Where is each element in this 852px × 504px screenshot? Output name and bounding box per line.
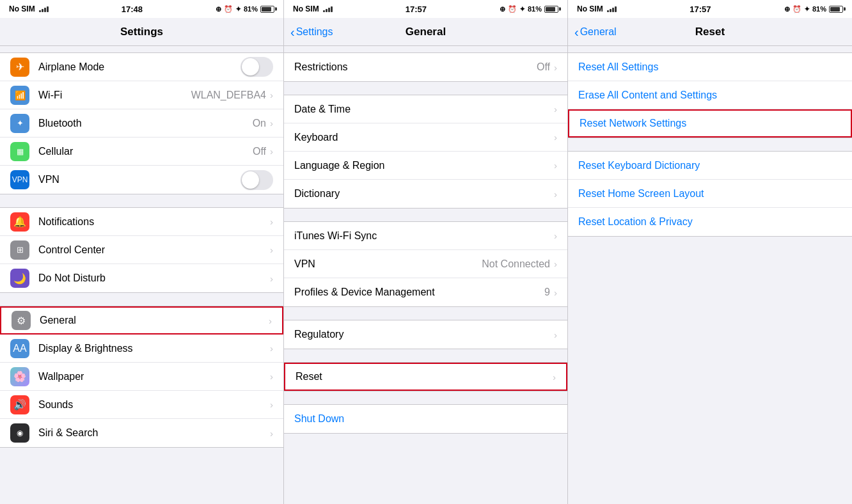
back-button-right[interactable]: ‹ General <box>574 26 617 38</box>
row-wallpaper[interactable]: 🌸 Wallpaper › <box>0 363 283 391</box>
row-bluetooth[interactable]: ✦ Bluetooth On › <box>0 109 283 138</box>
battery-info-right: ⊕ ⏰ ✦ 81% <box>784 5 843 13</box>
time-middle: 17:57 <box>406 4 427 14</box>
row-general[interactable]: ⚙ General › <box>0 306 283 335</box>
alarm-icon: ⏰ <box>224 5 233 13</box>
row-language-region[interactable]: Language & Region › <box>284 152 567 180</box>
bluetooth-status-r: ✦ <box>804 5 810 13</box>
reset-panel: No SIM 17:57 ⊕ ⏰ ✦ 81% ‹ General Reset R… <box>568 0 852 504</box>
reset-keyboard-dict-link[interactable]: Reset Keyboard Dictionary <box>568 152 852 180</box>
label-bluetooth: Bluetooth <box>38 118 253 129</box>
reset-all-settings-link[interactable]: Reset All Settings <box>568 53 852 81</box>
label-control-center: Control Center <box>38 244 270 256</box>
restrictions-group: Restrictions Off › <box>284 52 567 82</box>
row-profiles[interactable]: Profiles & Device Management 9 › <box>284 278 567 306</box>
battery-icon-right <box>829 6 843 13</box>
row-vpn[interactable]: VPN VPN <box>0 166 283 194</box>
chevron-keyboard: › <box>554 132 557 143</box>
row-vpn-general[interactable]: VPN Not Connected › <box>284 250 567 278</box>
back-chevron-middle: ‹ <box>290 26 295 38</box>
regulatory-group: Regulatory › <box>284 320 567 349</box>
chevron-wallpaper: › <box>270 371 273 382</box>
chevron-language-region: › <box>554 160 557 171</box>
carrier-info-right: No SIM <box>577 4 617 13</box>
reset-section: Reset › <box>284 362 567 391</box>
label-profiles: Profiles & Device Management <box>294 287 544 298</box>
cellular-value: Off <box>253 146 266 157</box>
carrier-info-left: No SIM <box>9 4 49 13</box>
carrier-info-middle: No SIM <box>293 4 333 13</box>
chevron-reset: › <box>553 372 556 382</box>
chevron-display: › <box>270 343 273 354</box>
chevron-wifi: › <box>270 90 273 100</box>
battery-icon-left <box>260 6 274 13</box>
reset-home-screen-link[interactable]: Reset Home Screen Layout <box>568 180 852 208</box>
label-language-region: Language & Region <box>294 160 554 171</box>
back-label-right: General <box>580 26 617 38</box>
label-itunes-wifi: iTunes Wi-Fi Sync <box>294 230 554 242</box>
label-airplane-mode: Airplane Mode <box>38 61 241 73</box>
label-display: Display & Brightness <box>38 343 270 354</box>
reset-location-privacy-link[interactable]: Reset Location & Privacy <box>568 208 852 236</box>
row-date-time[interactable]: Date & Time › <box>284 95 567 123</box>
erase-all-content-link[interactable]: Erase All Content and Settings <box>568 81 852 109</box>
label-vpn-general: VPN <box>294 258 482 270</box>
chevron-regulatory: › <box>554 329 557 340</box>
reset-scroll[interactable]: Reset All Settings Erase All Content and… <box>568 46 852 504</box>
battery-icon-middle <box>544 6 558 13</box>
toggle-vpn[interactable] <box>241 170 273 190</box>
label-dictionary: Dictionary <box>294 188 554 200</box>
reset-more-group: Reset Keyboard Dictionary Reset Home Scr… <box>568 151 852 237</box>
row-dictionary[interactable]: Dictionary › <box>284 180 567 208</box>
reset-network-settings-link[interactable]: Reset Network Settings <box>568 109 852 138</box>
general-scroll[interactable]: Restrictions Off › Date & Time › Keyboar… <box>284 46 567 504</box>
row-do-not-disturb[interactable]: 🌙 Do Not Disturb › <box>0 264 283 292</box>
reset-keyboard-dict-label: Reset Keyboard Dictionary <box>578 160 700 171</box>
bluetooth-value: On <box>253 118 266 129</box>
time-right: 17:57 <box>690 4 711 14</box>
row-reset[interactable]: Reset › <box>284 363 567 391</box>
row-airplane-mode[interactable]: ✈ Airplane Mode <box>0 53 283 81</box>
toggle-airplane-mode[interactable] <box>241 57 273 77</box>
row-display[interactable]: AA Display & Brightness › <box>0 335 283 363</box>
battery-info-middle: ⊕ ⏰ ✦ 81% <box>500 5 558 13</box>
row-restrictions[interactable]: Restrictions Off › <box>284 53 567 81</box>
wifi-icon: 📶 <box>10 86 29 105</box>
row-keyboard[interactable]: Keyboard › <box>284 123 567 152</box>
reset-location-privacy-label: Reset Location & Privacy <box>578 216 693 228</box>
chevron-siri: › <box>270 428 273 439</box>
nav-bar-right: ‹ General Reset <box>568 18 852 46</box>
chevron-cellular: › <box>270 146 273 157</box>
connectivity2-section: iTunes Wi-Fi Sync › VPN Not Connected › … <box>284 221 567 307</box>
siri-icon: ◉ <box>10 423 29 443</box>
row-control-center[interactable]: ⊞ Control Center › <box>0 236 283 264</box>
chevron-profiles: › <box>554 287 557 298</box>
bluetooth-icon-status: ✦ <box>235 5 241 13</box>
reset-more-section: Reset Keyboard Dictionary Reset Home Scr… <box>568 151 852 237</box>
settings-scroll[interactable]: ✈ Airplane Mode 📶 Wi-Fi WLAN_DEFBA4 › <box>0 46 283 504</box>
row-siri[interactable]: ◉ Siri & Search › <box>0 419 283 447</box>
battery-pct-left: 81% <box>244 5 258 13</box>
chevron-control-center: › <box>270 244 273 255</box>
row-sounds[interactable]: 🔊 Sounds › <box>0 391 283 419</box>
shutdown-section: Shut Down <box>284 404 567 434</box>
back-button-middle[interactable]: ‹ Settings <box>290 26 333 38</box>
regulatory-section: Regulatory › <box>284 320 567 349</box>
label-sounds: Sounds <box>38 399 270 411</box>
row-wifi[interactable]: 📶 Wi-Fi WLAN_DEFBA4 › <box>0 81 283 109</box>
chevron-sounds: › <box>270 399 273 410</box>
row-itunes-wifi[interactable]: iTunes Wi-Fi Sync › <box>284 222 567 250</box>
row-regulatory[interactable]: Regulatory › <box>284 320 567 349</box>
back-label-middle: Settings <box>296 26 333 38</box>
chevron-general: › <box>269 315 272 326</box>
preferences-group: ⚙ General › AA Display & Brightness › <box>0 306 283 448</box>
wifi-value: WLAN_DEFBA4 <box>191 90 266 101</box>
signal-icon-left <box>39 6 49 12</box>
control-center-icon: ⊞ <box>10 240 29 260</box>
row-notifications[interactable]: 🔔 Notifications › <box>0 208 283 236</box>
restrictions-section: Restrictions Off › <box>284 52 567 82</box>
connectivity2-group: iTunes Wi-Fi Sync › VPN Not Connected › … <box>284 221 567 307</box>
row-shutdown[interactable]: Shut Down <box>284 405 567 433</box>
row-cellular[interactable]: ▦ Cellular Off › <box>0 138 283 166</box>
reset-home-screen-label: Reset Home Screen Layout <box>578 188 704 200</box>
